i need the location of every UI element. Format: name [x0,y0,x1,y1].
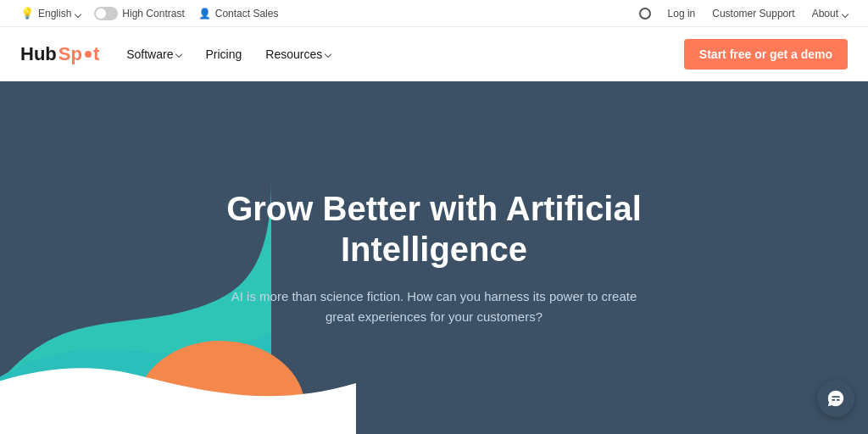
logo-spot: Sp [58,43,82,65]
nav-left: HubSpt Software Pricing Resources [20,43,331,65]
nav-right: Start free or get a demo [684,39,848,70]
nav-software[interactable]: Software [126,47,181,61]
logo-hub: Hub [20,43,57,65]
nav-pricing[interactable]: Pricing [205,47,242,61]
language-label: English [38,8,71,19]
hero-content: Grow Better with Artificial Intelligence… [180,188,688,327]
resources-chevron-icon [325,50,331,57]
hero-subtitle: AI is more than science fiction. How can… [231,287,637,327]
about-chevron [843,8,848,19]
white-wave-blob [0,324,356,434]
software-chevron-icon [175,50,182,57]
hubspot-logo[interactable]: HubSpt [20,43,99,65]
software-label: Software [126,47,173,61]
high-contrast-label: High Contrast [122,8,184,19]
contact-sales-link[interactable]: 👤 Contact Sales [198,8,279,19]
contact-sales-label: Contact Sales [215,8,279,19]
toggle-switch-icon[interactable] [94,7,118,20]
logo-ot: t [93,43,99,65]
about-label: About [812,8,838,19]
chat-icon [826,389,845,408]
search-button[interactable] [639,8,651,19]
pricing-label: Pricing [205,47,242,61]
logo-dot [85,51,92,58]
cta-button[interactable]: Start free or get a demo [684,39,848,70]
hero-section: Grow Better with Artificial Intelligence… [0,81,868,434]
nav-links: Software Pricing Resources [126,47,331,61]
search-icon [639,8,651,19]
utility-right: Log in Customer Support About [639,8,848,19]
login-link[interactable]: Log in [668,8,696,19]
language-chevron [75,8,81,19]
main-nav: HubSpt Software Pricing Resources Start … [0,27,868,81]
high-contrast-toggle[interactable]: High Contrast [94,7,184,20]
nav-resources[interactable]: Resources [265,47,331,61]
person-icon: 👤 [198,8,211,19]
utility-left: 💡 English High Contrast 👤 Contact Sales [20,7,278,20]
about-menu[interactable]: About [812,8,848,19]
chat-button[interactable] [817,380,854,417]
hero-title: Grow Better with Artificial Intelligence [197,188,671,270]
customer-support-link[interactable]: Customer Support [712,8,794,19]
utility-bar: 💡 English High Contrast 👤 Contact Sales … [0,0,868,27]
language-selector[interactable]: 💡 English [20,7,81,19]
language-icon: 💡 [20,7,34,19]
resources-label: Resources [265,47,322,61]
